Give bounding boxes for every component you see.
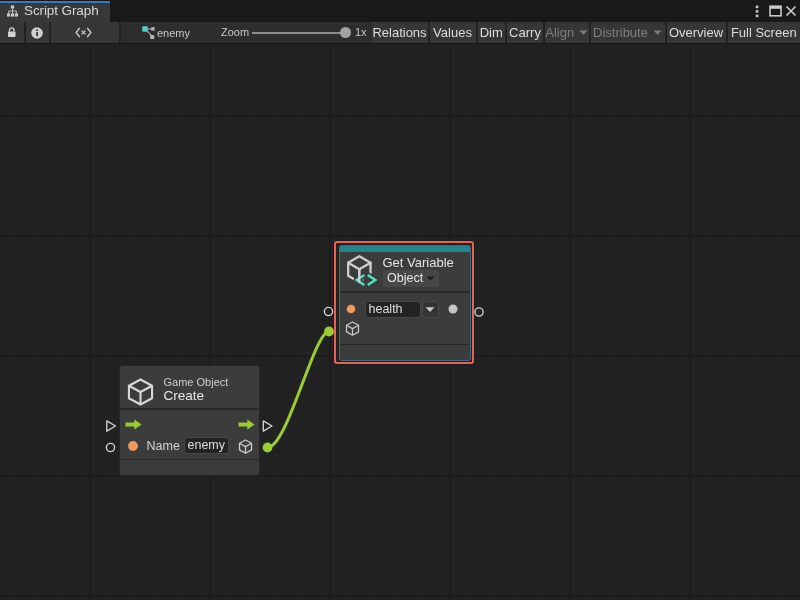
value-port-icon-orange [128,441,138,451]
zoom-slider[interactable] [252,22,349,43]
info-icon [31,27,43,39]
variable-name-dropdown[interactable] [422,301,440,318]
variable-kind-dropdown[interactable]: Object [383,270,439,287]
value-port-icon-gray [448,304,458,314]
name-value-field[interactable]: enemy [184,437,229,454]
close-button[interactable] [783,0,799,22]
node-footer [340,345,470,356]
toolbar-button-values[interactable]: Values [430,22,478,43]
node-surtitle: Game Object [164,376,229,388]
graph-picker-label: enemy [157,27,190,39]
toolbar-button-distribute[interactable]: Distribute [591,22,667,43]
zoom-slider-track [252,32,349,34]
node-body: Name enemy [120,410,259,460]
graph-hierarchy-icon [7,5,18,17]
graph-toolbar: enemy Zoom 1x Relations Values Dim Carry… [0,22,800,44]
button-label: Align [545,25,574,40]
variable-name-value: health [369,302,403,316]
script-graph-window: Script Graph [0,0,800,600]
name-port-label: Name [147,439,180,453]
toolbar-button-align[interactable]: Align [545,22,591,43]
toolbar-button-relations[interactable]: Relations [372,22,430,43]
graph-canvas[interactable]: Get Variable Object health [0,44,800,600]
code-view-button[interactable] [51,22,122,43]
lock-icon [7,27,17,38]
close-icon [785,5,797,17]
info-button[interactable] [26,22,51,43]
script-graph-asset-icon [142,26,155,40]
toolbar-button-dim[interactable]: Dim [478,22,508,43]
code-icon [75,27,92,38]
node-title: Create [164,388,205,403]
value-port-icon-orange [346,304,356,314]
tab-label: Script Graph [24,3,99,18]
cube-icon-small [238,439,253,455]
node-header: Get Variable Object [340,252,470,294]
zoom-control: Zoom 1x [221,22,381,43]
lock-button[interactable] [0,22,26,43]
node-body: health [340,293,470,345]
cube-icon-small [345,321,360,337]
button-label: Dim [480,25,503,40]
button-label: Relations [372,25,426,40]
node-footer [120,460,259,471]
zoom-slider-handle[interactable] [340,27,351,38]
cube-code-icon [347,254,378,288]
tab-script-graph[interactable]: Script Graph [0,1,110,22]
maximize-button[interactable] [766,0,784,22]
toolbar-button-overview[interactable]: Overview [667,22,728,43]
tab-bar: Script Graph [0,0,800,22]
kebab-menu-icon [755,5,759,18]
button-label: Distribute [593,25,648,40]
node-create[interactable]: Game Object Create Name enemy [120,366,259,475]
window-controls [730,0,800,22]
graph-picker[interactable]: enemy [121,22,221,43]
dropdown-caret-icon [426,276,435,281]
dropdown-caret-icon [425,307,435,312]
variable-kind-label: Object [387,271,423,285]
toolbar-button-carry[interactable]: Carry [507,22,545,43]
node-title: Get Variable [383,255,454,270]
zoom-label: Zoom [221,26,249,38]
dropdown-caret-icon [579,30,588,35]
button-label: Carry [509,25,541,40]
node-header: Game Object Create [120,366,259,410]
button-label: Overview [669,25,723,40]
variable-name-field[interactable]: health [365,301,421,318]
zoom-value: 1x [355,26,367,38]
window-menu-button[interactable] [750,0,764,22]
flow-arrow-out-icon [238,419,255,430]
node-get-variable[interactable]: Get Variable Object health [339,245,471,362]
cube-icon [127,378,154,406]
name-field-value: enemy [188,438,226,452]
button-label: Full Screen [731,25,797,40]
dropdown-caret-icon [653,30,662,35]
maximize-icon [769,5,782,17]
toolbar-button-fullscreen[interactable]: Full Screen [728,22,800,43]
flow-arrow-in-icon [125,419,142,430]
button-label: Values [433,25,472,40]
